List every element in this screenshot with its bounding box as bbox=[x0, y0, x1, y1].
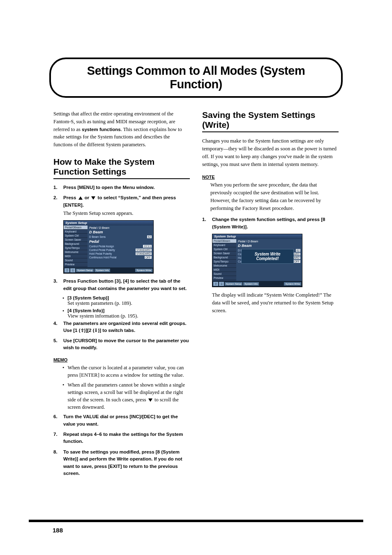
step-instr-line1: The parameters are organized into severa… bbox=[63, 320, 190, 327]
intro-paragraph: Settings that affect the entire operatin… bbox=[53, 110, 190, 149]
right-column: Saving the System Settings (Write) Chang… bbox=[202, 110, 339, 480]
shot-side-item: Sync/Tempo bbox=[212, 260, 236, 264]
shot-bottom: ⇧ ⇩ System Setup System Info System Writ… bbox=[212, 281, 302, 287]
step-num: 6. bbox=[53, 413, 59, 428]
shot-side-item: Preview bbox=[64, 263, 88, 267]
page-title: Settings Common to All Modes (System Fun… bbox=[60, 64, 332, 91]
sub-label: [3 (System Setup)] bbox=[67, 295, 190, 300]
step-num: 5. bbox=[53, 337, 59, 352]
shot-title: System Setup bbox=[64, 221, 153, 226]
shot-btn: System Write bbox=[284, 282, 301, 286]
right-intro: Changes you make to the System function … bbox=[202, 137, 339, 168]
triangle-up-icon bbox=[78, 196, 83, 200]
shot-row: D Beam Sens62 bbox=[89, 235, 152, 239]
shot-group: D Beam bbox=[89, 230, 152, 234]
shot-header: Pedal / D Beam bbox=[238, 240, 300, 243]
step-desc: The System Setup screen appears. bbox=[63, 210, 190, 217]
shot-side-item: Sound bbox=[212, 272, 236, 276]
intro-bold: system functions bbox=[82, 127, 121, 132]
shot-side-item: Pedal/DBeam bbox=[212, 239, 236, 243]
page-title-wrap: Settings Common to All Modes (System Fun… bbox=[49, 58, 343, 98]
shot-row: Continuous Hold PedalOFF bbox=[89, 256, 152, 259]
footer-rule bbox=[29, 520, 363, 522]
shot-side-item: Sound bbox=[64, 258, 88, 263]
step-4: 4. The parameters are organized into sev… bbox=[53, 320, 190, 334]
shot-side-item: MIDI bbox=[212, 268, 236, 272]
shot-title: System Setup bbox=[212, 234, 302, 239]
shot-side-item: Keyboard bbox=[212, 243, 236, 247]
s2-mid: or bbox=[83, 195, 91, 200]
sub-3a: • [3 (System Setup)] Set system paramete… bbox=[62, 295, 190, 306]
step-num: 4. bbox=[53, 320, 59, 334]
shot-btn: System Info bbox=[95, 269, 110, 272]
step-num: 3. bbox=[53, 278, 59, 292]
shot-row: Control Pedal PolaritySTANDARD bbox=[89, 248, 152, 252]
shot-btn: System Write bbox=[135, 269, 152, 272]
bullet-icon: • bbox=[62, 381, 64, 411]
shot-group: D Beam bbox=[238, 244, 300, 248]
shot-row: Hold Pedal PolaritySTANDARD bbox=[89, 252, 152, 256]
step-6: 6. Turn the VALUE dial or press [INC]/[D… bbox=[53, 413, 190, 428]
shot-sidebar: Pedal/DBeam Keyboard System Ctrl Screen … bbox=[212, 239, 236, 281]
left-heading: How to Make the System Function Settings bbox=[53, 157, 190, 179]
step-instr: Use [CURSOR] to move the cursor to the p… bbox=[63, 338, 189, 350]
overlay-line1: System Write bbox=[243, 252, 292, 256]
arrow-down-icon: ⇩ bbox=[70, 268, 75, 272]
step-num: 2. bbox=[53, 194, 59, 217]
shot-side-item: Screen Saver bbox=[64, 238, 88, 242]
step-2: 2. Press or to select “System,” and then… bbox=[53, 194, 190, 217]
shot-bottom: ⇧ ⇩ System Setup System Info System Writ… bbox=[64, 267, 153, 273]
step-num: 8. bbox=[53, 449, 59, 477]
arrow-down-icon: ⇩ bbox=[219, 282, 224, 286]
bullet-icon: • bbox=[62, 308, 64, 319]
system-write-screenshot: System Setup Pedal/DBeam Keyboard System… bbox=[212, 234, 302, 287]
triangle-down-icon bbox=[148, 398, 152, 402]
arrow-up-icon: ⇧ bbox=[65, 268, 69, 272]
shot-side-item: Metronome bbox=[64, 250, 88, 254]
step-instr-line2: Use [1 (⇧)][2 (⇩)] to switch tabs. bbox=[63, 327, 190, 334]
shot-main: Pedal / D Beam D Beam D Beam Sens62 Peda… bbox=[88, 226, 153, 267]
shot-side-item: Keyboard bbox=[64, 230, 88, 234]
sub-text: View system information (p. 195). bbox=[67, 313, 190, 319]
left-column: Settings that affect the entire operatin… bbox=[53, 110, 190, 480]
memo-text: When the cursor is located at a paramete… bbox=[67, 364, 190, 379]
step-instr: Turn the VALUE dial or press [INC]/[DEC]… bbox=[63, 414, 178, 426]
shot-side-item: Pedal/DBeam bbox=[64, 226, 88, 230]
overlay-line2: Completed! bbox=[243, 256, 292, 261]
shot-side-item: Preview bbox=[212, 276, 236, 280]
step-5: 5. Use [CURSOR] to move the cursor to th… bbox=[53, 337, 190, 352]
right-step-1: 1. Change the system function settings, … bbox=[202, 216, 339, 230]
shot-btn: System Info bbox=[243, 282, 259, 286]
memo-bullets: • When the cursor is located at a parame… bbox=[62, 364, 190, 411]
triangle-down-icon bbox=[91, 196, 95, 200]
step-instr: Change the system function settings, and… bbox=[212, 217, 325, 229]
step-num: 1. bbox=[53, 184, 59, 191]
step-3: 3. Press Function button [3], [4] to sel… bbox=[53, 278, 190, 292]
sub-3b: • [4 (System Info)] View system informat… bbox=[62, 308, 190, 319]
step-num: 7. bbox=[53, 431, 59, 445]
shot-header: Pedal / D Beam bbox=[89, 226, 152, 229]
shot-btn: System Setup bbox=[225, 282, 242, 286]
sub-text: Set system parameters (p. 189). bbox=[67, 300, 190, 306]
shot-side-item: Screen Saver bbox=[212, 251, 236, 256]
s2-pre: Press bbox=[63, 195, 78, 200]
memo-label: MEMO bbox=[53, 357, 67, 362]
memo-text: When all the parameters cannot be shown … bbox=[67, 381, 190, 411]
note-body: When you perform the save procedure, the… bbox=[210, 181, 339, 212]
note-label: NOTE bbox=[202, 175, 215, 180]
shot-side-item: Background bbox=[64, 242, 88, 246]
step-instr: Repeat steps 4–6 to make the settings fo… bbox=[63, 432, 183, 444]
right-heading: Saving the System Settings (Write) bbox=[202, 110, 339, 132]
shot-side-item: Sync/Tempo bbox=[64, 246, 88, 250]
step-8: 8. To save the settings you modified, pr… bbox=[53, 449, 190, 477]
memo-bullet: • When all the parameters cannot be show… bbox=[62, 381, 190, 411]
post-screenshot-text: The display will indicate “System Write … bbox=[212, 291, 339, 314]
arrow-up-icon: ⇧ bbox=[213, 282, 218, 286]
shot-overlay: System Write Completed! bbox=[241, 249, 294, 264]
shot-sidebar: Pedal/DBeam Keyboard System Ctrl Screen … bbox=[64, 226, 88, 267]
bullet-icon: • bbox=[62, 295, 64, 306]
shot-btn: System Setup bbox=[76, 269, 94, 272]
step-num: 1. bbox=[202, 216, 208, 230]
shot-side-item: System Ctrl bbox=[212, 247, 236, 251]
memo-bullet: • When the cursor is located at a parame… bbox=[62, 364, 190, 379]
